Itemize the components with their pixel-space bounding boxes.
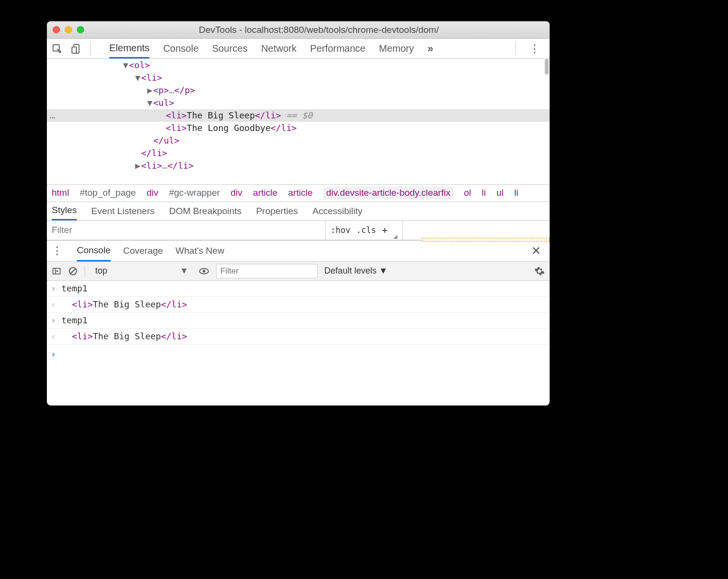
more-tabs-icon[interactable]: » (427, 43, 433, 55)
expand-icon[interactable]: ▶ (146, 84, 153, 97)
dom-node-row[interactable]: ▶<li>…</li> (47, 159, 550, 172)
titlebar: DevTools - localhost:8080/web/tools/chro… (47, 21, 550, 39)
cls-toggle[interactable]: .cls (356, 225, 376, 235)
breadcrumb-item[interactable]: #top_of_page (80, 188, 136, 198)
input-chevron-icon: › (51, 281, 61, 296)
input-chevron-icon: › (51, 313, 61, 328)
clear-console-icon[interactable] (68, 266, 78, 276)
dom-node-row[interactable]: ▶<p>…</p> (47, 84, 550, 97)
scrollbar-thumb[interactable] (545, 59, 549, 74)
console-toolbar: top ▼ Default levels ▼ (47, 261, 550, 281)
console-entry-content: <li>The Big Sleep</li> (61, 297, 546, 312)
chevron-down-icon: ▼ (379, 266, 388, 275)
drawer-tab-coverage[interactable]: Coverage (123, 241, 163, 261)
tab-accessibility[interactable]: Accessibility (312, 202, 362, 220)
tab-event-listeners[interactable]: Event Listeners (91, 202, 155, 220)
log-levels-select[interactable]: Default levels ▼ (324, 266, 388, 276)
console-output[interactable]: ›temp1‹ <li>The Big Sleep</li>›temp1‹ <l… (47, 281, 550, 406)
console-entry-content: temp1 (61, 313, 546, 328)
console-input-row[interactable]: ›temp1 (47, 281, 550, 297)
console-prompt[interactable]: › (47, 345, 550, 364)
breadcrumb-item[interactable]: div (146, 188, 158, 198)
context-label: top (95, 266, 107, 276)
styles-filter-input[interactable] (47, 221, 325, 240)
box-model-placeholder (422, 238, 550, 242)
hov-toggle[interactable]: :hov (331, 225, 350, 235)
drawer-tab-whats-new[interactable]: What's New (175, 241, 224, 261)
breadcrumb-item[interactable]: ul (496, 188, 504, 198)
breadcrumb-item[interactable]: html (52, 188, 69, 198)
close-tag: </li> (271, 123, 297, 133)
expand-icon[interactable]: ▶ (134, 159, 141, 172)
collapse-icon[interactable]: ▼ (134, 72, 141, 84)
collapse-icon[interactable]: ▼ (122, 59, 129, 72)
console-output-row[interactable]: ‹ <li>The Big Sleep</li> (47, 297, 550, 313)
kebab-menu-icon[interactable]: ⋮ (524, 43, 545, 55)
execution-context-select[interactable]: top ▼ (92, 264, 192, 277)
new-style-rule-icon[interactable]: + (382, 224, 388, 236)
tab-performance[interactable]: Performance (310, 39, 366, 58)
svg-rect-2 (72, 47, 76, 53)
tab-dom-breakpoints[interactable]: DOM Breakpoints (169, 202, 242, 220)
tab-properties[interactable]: Properties (256, 202, 298, 220)
inspect-element-icon[interactable] (52, 43, 62, 54)
open-tag: <li> (166, 110, 187, 120)
drawer-tab-console[interactable]: Console (77, 241, 111, 261)
styles-filter-row: :hov .cls + (47, 221, 550, 240)
breadcrumb-item[interactable]: ol (464, 188, 471, 198)
breadcrumb-item[interactable]: li (514, 188, 518, 198)
tab-styles[interactable]: Styles (52, 202, 77, 220)
ellipsis: … (169, 85, 175, 95)
tab-elements[interactable]: Elements (109, 39, 149, 58)
dom-node-row[interactable]: ▼<ul> (47, 97, 550, 109)
drawer-menu-icon[interactable]: ⋮ (52, 245, 64, 257)
maximize-icon[interactable] (77, 26, 84, 33)
traffic-lights (53, 26, 84, 33)
expand-corner-icon[interactable] (393, 235, 397, 239)
close-icon[interactable] (53, 26, 60, 33)
dom-node-row[interactable]: </ul> (47, 134, 550, 147)
row-actions-icon[interactable]: … (50, 109, 55, 122)
close-tag: </li> (167, 160, 193, 171)
console-entry-content: <li>The Big Sleep</li> (61, 329, 546, 344)
close-drawer-icon[interactable]: ✕ (527, 244, 545, 258)
styles-tab-strip: Styles Event Listeners DOM Breakpoints P… (47, 202, 550, 221)
live-expression-icon[interactable] (199, 266, 209, 276)
separator (515, 42, 516, 56)
dom-breadcrumb: html#top_of_pagediv#gc-wrapperdivarticle… (47, 184, 550, 202)
output-chevron-icon: ‹ (51, 329, 61, 344)
console-entry-content: temp1 (61, 281, 546, 296)
minimize-icon[interactable] (65, 26, 72, 33)
breadcrumb-item[interactable]: #gc-wrapper (169, 188, 220, 198)
close-tag: </li> (141, 148, 167, 158)
devtools-window: DevTools - localhost:8080/web/tools/chro… (47, 21, 550, 405)
tab-sources[interactable]: Sources (212, 39, 248, 58)
breadcrumb-item[interactable]: article (288, 188, 313, 198)
tab-memory[interactable]: Memory (379, 39, 414, 58)
dom-node-row[interactable]: …<li>The Big Sleep</li> == $0 (47, 109, 550, 122)
breadcrumb-item[interactable]: div (231, 188, 242, 198)
dom-node-row[interactable]: ▼<li> (47, 72, 550, 84)
device-toggle-icon[interactable] (71, 43, 82, 54)
tab-console[interactable]: Console (163, 39, 198, 58)
console-input-row[interactable]: ›temp1 (47, 313, 550, 329)
dom-node-row[interactable]: <li>The Long Goodbye</li> (47, 122, 550, 134)
collapse-icon[interactable]: ▼ (146, 97, 153, 109)
close-tag: </li> (255, 110, 281, 120)
tab-network[interactable]: Network (261, 39, 296, 58)
console-settings-icon[interactable] (534, 266, 545, 276)
dom-tree[interactable]: ▼<ol>▼<li>▶<p>…</p>▼<ul>…<li>The Big Sle… (47, 59, 550, 184)
dom-node-row[interactable]: ▼<ol> (47, 59, 550, 72)
open-tag: <p> (153, 85, 169, 95)
separator (85, 265, 85, 277)
console-filter-input[interactable] (216, 264, 318, 278)
dom-node-row[interactable]: </li> (47, 147, 550, 159)
console-sidebar-toggle-icon[interactable] (52, 266, 61, 276)
levels-label: Default levels (324, 266, 377, 275)
breadcrumb-item[interactable]: div.devsite-article-body.clearfix (323, 187, 453, 199)
breadcrumb-item[interactable]: article (253, 188, 277, 198)
main-tab-strip: Elements Console Sources Network Perform… (47, 39, 550, 59)
selected-marker: == $0 (281, 110, 312, 120)
console-output-row[interactable]: ‹ <li>The Big Sleep</li> (47, 329, 550, 345)
breadcrumb-item[interactable]: li (481, 188, 485, 198)
